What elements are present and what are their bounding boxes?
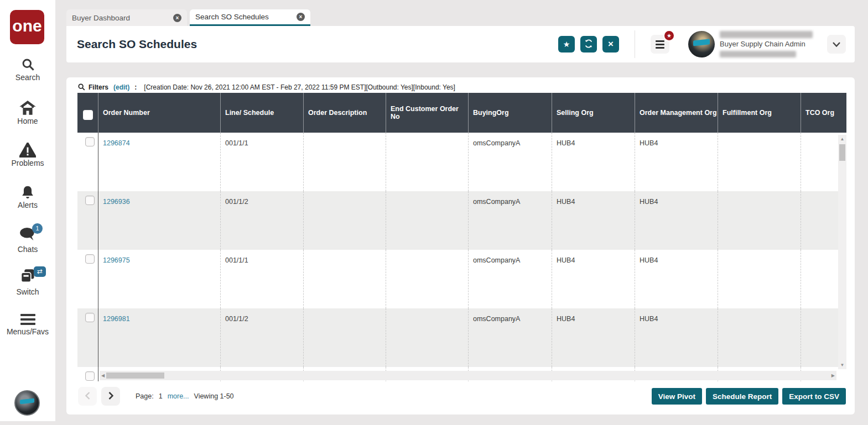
cell-buying-org: omsCompanyA xyxy=(469,308,552,367)
tab-search-so-schedules[interactable]: Search SO Schedules × xyxy=(190,9,310,26)
close-icon[interactable]: × xyxy=(173,14,181,22)
filters-colon: : xyxy=(134,83,137,91)
column-header[interactable]: Fulfillment Org xyxy=(718,93,801,133)
warning-icon xyxy=(0,143,55,158)
view-pivot-button[interactable]: View Pivot xyxy=(652,388,702,405)
column-header[interactable]: End Customer Order No xyxy=(386,93,469,133)
cell-buying-org: omsCompanyA xyxy=(469,250,552,308)
cell-order-management-org: HUB4 xyxy=(635,308,718,367)
sidebar-item-menus-favs[interactable]: Menus/Favs xyxy=(0,312,55,336)
so-schedules-table: Order Number Line/ Schedule Order Descri… xyxy=(77,93,846,381)
row-checkbox[interactable] xyxy=(85,254,95,264)
sidebar-item-home[interactable]: Home xyxy=(0,101,55,125)
cell-end-customer-order-no xyxy=(386,308,469,367)
user-menu-dropdown[interactable] xyxy=(827,35,846,54)
refresh-icon xyxy=(584,39,593,50)
close-icon[interactable]: × xyxy=(297,13,305,21)
column-header[interactable]: Line/ Schedule xyxy=(221,93,304,133)
bell-icon xyxy=(0,185,55,200)
export-to-csv-button[interactable]: Export to CSV xyxy=(782,388,846,405)
chevron-down-icon xyxy=(833,40,840,49)
vertical-scroll-thumb[interactable] xyxy=(839,144,845,161)
sidebar-item-chats[interactable]: 1 Chats xyxy=(0,227,55,254)
column-header[interactable]: Order Management Org xyxy=(635,93,718,133)
neo-assistant-avatar[interactable] xyxy=(14,390,40,416)
search-icon xyxy=(0,57,55,72)
page-label: Page: xyxy=(136,392,154,400)
cell-order-description xyxy=(304,191,386,250)
search-icon xyxy=(77,83,85,92)
cell-buying-org: omsCompanyA xyxy=(469,191,552,250)
cell-fulfillment-org xyxy=(718,191,801,250)
sidebar-item-alerts[interactable]: Alerts xyxy=(0,185,55,209)
more-pages-link[interactable]: more... xyxy=(168,392,189,400)
scroll-down-icon[interactable]: ▼ xyxy=(838,363,846,368)
scroll-right-icon[interactable]: ▶ xyxy=(831,371,835,380)
close-page-button[interactable]: × xyxy=(602,36,619,53)
sidebar-item-search[interactable]: Search xyxy=(0,57,55,82)
user-avatar[interactable] xyxy=(688,31,715,57)
cell-selling-org: HUB4 xyxy=(552,308,635,367)
row-checkbox[interactable] xyxy=(85,313,95,322)
page-header: Search SO Schedules ★ × ★ Buyer Supply C… xyxy=(66,26,855,62)
sidebar-item-label: Chats xyxy=(0,245,55,254)
chat-icon: 1 xyxy=(19,227,36,242)
sidebar-item-label: Search xyxy=(0,73,55,82)
switch-icon: ⇄ xyxy=(19,269,36,284)
column-header[interactable]: TCO Org xyxy=(801,93,846,133)
results-panel: Filters (edit) : [Creation Date: Nov 26,… xyxy=(66,77,855,414)
order-number-link[interactable]: 1296874 xyxy=(103,139,130,147)
row-checkbox[interactable] xyxy=(85,196,95,205)
next-page-button[interactable] xyxy=(101,387,120,406)
refresh-button[interactable] xyxy=(580,36,597,53)
one-logo[interactable]: one xyxy=(10,10,44,44)
cell-line-schedule: 001/1/2 xyxy=(221,308,304,367)
order-number-link[interactable]: 1296975 xyxy=(103,256,130,264)
column-header[interactable]: BuyingOrg xyxy=(469,93,552,133)
column-header[interactable]: Order Description xyxy=(304,93,386,133)
sidebar: one Search Home Problems Alerts xyxy=(0,0,55,421)
viewing-range: Viewing 1-50 xyxy=(194,392,234,400)
cell-line-schedule: 001/1/1 xyxy=(221,133,304,191)
cell-order-description xyxy=(304,250,386,308)
sidebar-item-switch[interactable]: ⇄ Switch xyxy=(0,269,55,296)
scroll-up-icon[interactable]: ▲ xyxy=(838,137,846,141)
cell-order-description xyxy=(304,308,386,367)
cell-fulfillment-org xyxy=(718,250,801,308)
horizontal-scroll-thumb[interactable] xyxy=(106,372,164,379)
quick-menu-button[interactable]: ★ xyxy=(651,35,669,54)
schedule-report-button[interactable]: Schedule Report xyxy=(706,388,778,405)
row-checkbox[interactable] xyxy=(85,137,95,146)
cell-selling-org: HUB4 xyxy=(552,191,635,250)
cell-fulfillment-org xyxy=(718,133,801,191)
page-title: Search SO Schedules xyxy=(77,38,197,51)
home-icon xyxy=(0,101,55,116)
column-header[interactable]: Order Number xyxy=(98,93,221,133)
divider xyxy=(635,30,635,58)
order-number-link[interactable]: 1296936 xyxy=(103,198,130,206)
tab-bar: Buyer Dashboard × Search SO Schedules × xyxy=(66,9,313,26)
vertical-scrollbar[interactable]: ▲ ▼ xyxy=(838,135,846,369)
star-icon: ★ xyxy=(563,40,570,49)
user-info[interactable]: Buyer Supply Chain Admin xyxy=(720,31,813,57)
close-icon: × xyxy=(608,39,614,50)
scroll-left-icon[interactable]: ◀ xyxy=(101,371,105,380)
previous-page-button[interactable] xyxy=(78,387,97,406)
select-all-checkbox[interactable] xyxy=(83,110,93,120)
row-checkbox[interactable] xyxy=(85,371,95,381)
hamburger-icon xyxy=(0,314,55,325)
tab-buyer-dashboard[interactable]: Buyer Dashboard × xyxy=(66,9,187,26)
cell-end-customer-order-no xyxy=(386,191,469,250)
tab-label: Buyer Dashboard xyxy=(72,14,173,22)
sidebar-item-label: Problems xyxy=(0,159,55,167)
filters-edit-link[interactable]: (edit) xyxy=(113,83,129,91)
favorite-button[interactable]: ★ xyxy=(558,36,575,53)
horizontal-scrollbar[interactable]: ◀ ▶ xyxy=(100,371,836,380)
filters-label: Filters xyxy=(89,83,108,91)
order-number-link[interactable]: 1296981 xyxy=(103,315,130,323)
cell-line-schedule: 001/1/1 xyxy=(221,250,304,308)
column-header[interactable]: Selling Org xyxy=(552,93,635,133)
sidebar-item-label: Menus/Favs xyxy=(0,327,55,336)
sidebar-item-label: Home xyxy=(0,117,55,125)
sidebar-item-problems[interactable]: Problems xyxy=(0,143,55,167)
